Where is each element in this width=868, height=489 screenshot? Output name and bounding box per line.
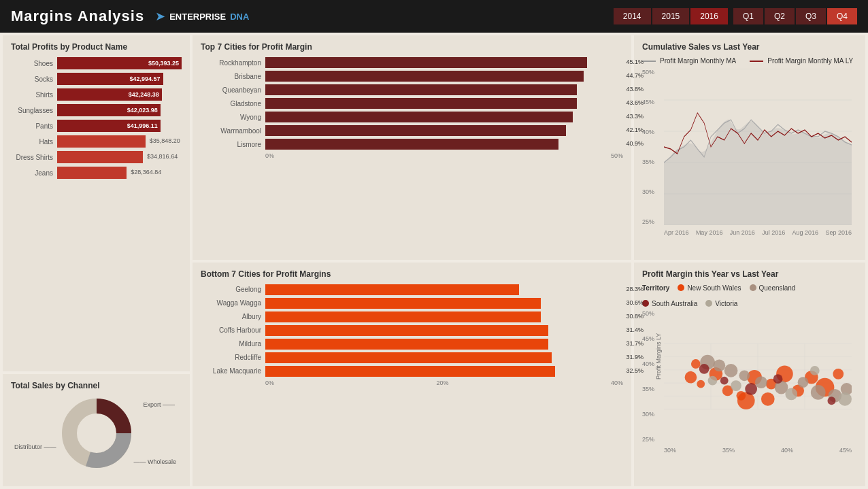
bot7-bar-row: Redcliffe31.9% <box>201 352 623 363</box>
bot7-bar-row: Coffs Harbour31.4% <box>201 325 623 336</box>
logo-enterprise: ENTERPRISE <box>169 12 226 22</box>
svg-point-33 <box>761 392 775 405</box>
scatter-title: Profit Margin this Year vs Last Year <box>642 269 857 279</box>
line-legend: Profit Margin Monthly MA Profit Margin M… <box>642 57 857 65</box>
quarter-btn-Q3[interactable]: Q3 <box>796 8 826 24</box>
top7-bars: Rockhampton45.1%Brisbane44.7%Queanbeyan4… <box>201 57 623 150</box>
profit-bar-value: $41,996.11 <box>127 122 158 129</box>
year-btn-2016[interactable]: 2016 <box>690 8 728 24</box>
top7-bar-fill <box>265 71 584 82</box>
year-buttons: 201420152016 <box>614 8 728 24</box>
panel-cumulative: Cumulative Sales vs Last Year Profit Mar… <box>634 35 865 260</box>
top7-bar-container: 43.8% <box>265 84 623 95</box>
profit-bar-value-outside: $28,364.84 <box>131 169 161 175</box>
nsw-dot <box>678 284 684 291</box>
legend-ma-ly: Profit Margin Monthly MA LY <box>750 57 853 65</box>
bot7-city-label: Wagga Wagga <box>201 299 265 307</box>
profit-bar-fill: $50,393.25 <box>57 57 182 69</box>
legend-ma-label: Profit Margin Monthly MA <box>660 57 736 65</box>
top7-city-label: Warrnambool <box>201 127 265 135</box>
bot7-bar-fill <box>265 339 548 350</box>
bot7-bar-row: Albury30.8% <box>201 311 623 322</box>
svg-point-47 <box>773 374 783 384</box>
legend-ma-line <box>642 61 656 62</box>
year-btn-2014[interactable]: 2014 <box>614 8 651 24</box>
top7-bar-fill <box>265 57 587 68</box>
right-column: Top 7 Cities for Profit Margin Rockhampt… <box>193 35 631 486</box>
profit-bar-row: Hats$35,848.20 <box>11 135 182 148</box>
profit-bar-fill: $41,996.11 <box>57 120 161 132</box>
top7-bar-fill <box>265 139 558 150</box>
top7-city-label: Wyong <box>201 114 265 121</box>
profit-bar-label: Shirts <box>11 91 57 99</box>
top7-bar-row: Gladstone43.6% <box>201 98 623 109</box>
profit-bar-container: $41,996.11 <box>57 120 182 132</box>
profit-bar-label: Hats <box>11 138 57 146</box>
header: Margins Analysis ➤ ENTERPRISE DNA 201420… <box>0 0 868 33</box>
scatter-container: 50%45%40%35%30%25% Profit Margins LY <box>642 310 857 443</box>
bot7-bar-row: Mildura31.7% <box>201 339 623 350</box>
top7-bar-fill <box>265 98 577 109</box>
bot7-bar-value: 31.9% <box>626 354 644 360</box>
svg-point-38 <box>755 376 767 388</box>
export-label: Export —— <box>143 401 175 408</box>
quarter-buttons: Q1Q2Q3Q4 <box>733 8 857 24</box>
top7-bar-row: Warrnambool42.1% <box>201 125 623 136</box>
bot7-city-label: Mildura <box>201 340 265 348</box>
donut-container: Export —— Distributor —— —— Wholesale <box>11 396 182 471</box>
bot7-city-label: Albury <box>201 313 265 320</box>
svg-point-21 <box>697 380 705 388</box>
year-btn-2015[interactable]: 2015 <box>652 8 690 24</box>
profit-bar-value: $42,994.57 <box>130 75 161 82</box>
cumulative-title: Cumulative Sales vs Last Year <box>642 42 857 52</box>
top7-bar-fill <box>265 125 566 136</box>
top7-city-label: Lismore <box>201 141 265 148</box>
bot7-bar-container: 32.5% <box>265 366 623 377</box>
top7-bar-row: Lismore40.9% <box>201 139 623 150</box>
bot7-city-label: Coffs Harbour <box>201 326 265 334</box>
line-chart-container: 50%45%40%35%30%25% Apr 2016May 2016Jun 2 <box>642 69 857 225</box>
top7-bar-container: 43.6% <box>265 98 623 109</box>
bot7-bar-container: 30.8% <box>265 311 623 322</box>
profit-bar-row: Socks$42,994.57 <box>11 73 182 85</box>
profit-bar-label: Shoes <box>11 60 57 67</box>
legend-sa: South Australia <box>642 300 697 307</box>
profit-bar-row: Shirts$42,248.38 <box>11 88 182 101</box>
profit-bar-fill <box>57 167 127 179</box>
page-title: Margins Analysis <box>11 7 144 25</box>
territory-label: Territory <box>642 284 669 292</box>
y-axis-label: Profit Margins LY <box>655 333 662 380</box>
sales-title: Total Sales by Channel <box>11 381 182 390</box>
top7-bar-row: Rockhampton45.1% <box>201 57 623 68</box>
bot7-bar-fill <box>265 325 548 336</box>
panel-sales: Total Sales by Channel Export —— Distrib… <box>3 374 190 486</box>
profit-bar-fill: $42,248.38 <box>57 88 162 101</box>
quarter-btn-Q4[interactable]: Q4 <box>827 8 857 24</box>
top7-bar-value: 43.3% <box>626 113 644 120</box>
top7-bar-value: 40.9% <box>626 140 644 147</box>
svg-point-19 <box>691 359 701 369</box>
bot7-bar-fill <box>265 311 541 322</box>
vic-label: Victoria <box>715 300 737 307</box>
top7-city-label: Rockhampton <box>201 59 265 67</box>
bot7-bar-fill <box>265 298 541 309</box>
quarter-btn-Q2[interactable]: Q2 <box>765 8 795 24</box>
profit-bar-container: $34,816.64 <box>57 151 182 163</box>
top7-bar-value: 44.7% <box>626 72 644 79</box>
svg-point-51 <box>785 388 797 400</box>
bot7-bar-value: 28.3% <box>626 286 644 292</box>
svg-point-48 <box>828 397 836 405</box>
profit-bar-container: $50,393.25 <box>57 57 182 69</box>
quarter-btn-Q1[interactable]: Q1 <box>733 8 763 24</box>
profit-bar-fill: $42,994.57 <box>57 73 163 85</box>
profit-bar-container: $42,023.98 <box>57 104 182 116</box>
bot7-bars: Geelong28.3%Wagga Wagga30.6%Albury30.8%C… <box>201 284 623 377</box>
profit-bar-label: Jeans <box>11 169 57 177</box>
svg-point-41 <box>811 385 826 400</box>
wholesale-label: —— Wholesale <box>133 458 176 465</box>
bot7-bar-row: Geelong28.3% <box>201 284 623 295</box>
top7-bar-value: 43.8% <box>626 86 644 92</box>
svg-point-35 <box>713 359 725 371</box>
profit-bar-value: $50,393.25 <box>148 60 179 67</box>
top7-axis: 0%50% <box>201 152 623 159</box>
